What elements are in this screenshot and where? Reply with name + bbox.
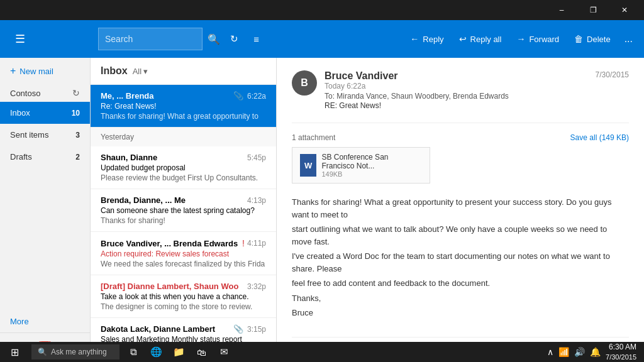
email-re-line: RE: Great News! xyxy=(325,101,588,110)
mail-taskbar-icon[interactable]: ✉ xyxy=(213,342,235,362)
sidebar-item-inbox[interactable]: Inbox 10 xyxy=(0,102,90,124)
taskbar: ⊞ 🔍 Ask me anything ⧉ 🌐 📁 🛍 ✉ ∧ 📶 🔊 🔔 6:… xyxy=(0,342,644,362)
file-explorer-icon[interactable]: 📁 xyxy=(167,342,190,362)
list-icon-button[interactable]: ≡ xyxy=(248,30,264,48)
inbox-title: Inbox xyxy=(101,65,128,77)
reply-button[interactable]: ← Reply xyxy=(402,20,451,58)
email-time: 3:32p xyxy=(247,282,266,291)
list-item[interactable]: [Draft] Dianne Lambert, Shaun Woo 3:32p … xyxy=(91,275,276,318)
forward-button[interactable]: → Forward xyxy=(509,20,567,58)
filter-chevron-icon: ▾ xyxy=(143,67,148,76)
email-from-name: Bruce Vandiver xyxy=(325,70,588,82)
email-preview: Please review the budget First Up Consul… xyxy=(101,173,266,182)
save-all-link[interactable]: Save all (149 KB) xyxy=(570,133,629,142)
sync-button[interactable]: ↻ xyxy=(72,88,80,98)
account-name: Contoso xyxy=(10,89,40,98)
email-sender: [Draft] Dianne Lambert, Shaun Woo xyxy=(101,282,238,291)
tray-chevron-icon[interactable]: ∧ xyxy=(547,347,553,357)
new-mail-label: New mail xyxy=(19,67,53,76)
cortana-area[interactable]: 🔍 Ask me anything xyxy=(31,344,119,359)
reply-label: Reply xyxy=(423,35,443,44)
task-view-icon[interactable]: ⧉ xyxy=(122,342,145,362)
email-preview: We need the sales forecast finalized by … xyxy=(101,260,266,268)
cortana-search-icon: 🔍 xyxy=(38,348,47,356)
attachment-info: SB Conference San Francisco Not... 149KB xyxy=(321,153,422,178)
sidebar-header: + New mail xyxy=(0,58,90,84)
new-mail-button[interactable]: + New mail xyxy=(10,65,53,77)
sent-label: Sent items xyxy=(10,130,48,140)
email-sender: Bruce Vandiver, ... Brenda Edwards xyxy=(101,239,238,248)
refresh-button[interactable]: ↻ xyxy=(225,30,243,48)
email-list: Inbox All ▾ Me, ... Brenda 📎 6:22a xyxy=(91,58,277,362)
drafts-count: 2 xyxy=(75,153,80,162)
top-toolbar: ☰ Search 🔍 ↻ ≡ ← Reply ↩ Reply all → For… xyxy=(0,20,644,58)
email-view-header: B Bruce Vandiver Today 6:22a To: Miranda… xyxy=(292,70,629,110)
email-view: B Bruce Vandiver Today 6:22a To: Miranda… xyxy=(277,58,644,362)
search-area: Search 🔍 ↻ ≡ xyxy=(91,28,272,50)
list-item[interactable]: Bruce Vandiver, ... Brenda Edwards ! 4:1… xyxy=(91,232,276,275)
volume-icon[interactable]: 🔊 xyxy=(574,347,585,357)
email-sender: Dakota Lack, Dianne Lambert xyxy=(101,324,215,334)
word-icon: W xyxy=(300,154,316,177)
taskbar-icons: ⧉ 🌐 📁 🛍 ✉ xyxy=(122,342,235,362)
inbox-label: Inbox xyxy=(10,108,30,118)
email-subject: Action required: Review sales forecast xyxy=(101,250,266,258)
sidebar: + New mail Contoso ↻ Inbox 10 Sent items… xyxy=(0,58,91,362)
email-items: Me, ... Brenda 📎 6:22a Re: Great News! T… xyxy=(91,85,276,362)
system-time: 6:30 AM 7/30/2015 xyxy=(606,343,636,361)
sidebar-item-sent[interactable]: Sent items 3 xyxy=(0,124,90,146)
store-icon[interactable]: 🛍 xyxy=(190,342,213,362)
title-bar: – ❐ ✕ xyxy=(0,0,644,20)
attachment-icon: 📎 xyxy=(233,324,243,334)
list-item[interactable]: Me, ... Brenda 📎 6:22a Re: Great News! T… xyxy=(91,85,276,128)
email-preview: Thanks for sharing! xyxy=(101,216,266,225)
notification-icon[interactable]: 🔔 xyxy=(590,347,601,357)
attachment-size: 149KB xyxy=(321,170,422,178)
email-time: 6:22a xyxy=(247,92,266,101)
nav-items: Inbox 10 Sent items 3 Drafts 2 xyxy=(0,102,90,310)
email-time: 4:13p xyxy=(247,196,266,205)
list-item[interactable]: Brenda, Dianne, ... Me 4:13p Can someone… xyxy=(91,189,276,232)
email-subject: Take a look at this when you have a chan… xyxy=(101,292,266,301)
forward-label: Forward xyxy=(529,35,559,44)
flag-icon: ! xyxy=(242,238,245,248)
maximize-button[interactable]: ❐ xyxy=(579,0,608,20)
list-item[interactable]: Shaun, Dianne 5:45p Updated budget propo… xyxy=(91,146,276,189)
delete-button[interactable]: 🗑 Delete xyxy=(567,20,618,58)
search-icon-button[interactable]: 🔍 xyxy=(208,33,220,45)
email-sender: Me, ... Brenda xyxy=(101,91,154,101)
delete-label: Delete xyxy=(587,35,611,44)
attachment-name: SB Conference San Francisco Not... xyxy=(321,153,422,170)
clock-time: 6:30 AM xyxy=(606,343,636,353)
attachment-item[interactable]: W SB Conference San Francisco Not... 149… xyxy=(292,147,430,184)
sidebar-item-drafts[interactable]: Drafts 2 xyxy=(0,146,90,168)
email-preview: The designer is coming to the store to r… xyxy=(101,302,266,311)
network-icon[interactable]: 📶 xyxy=(558,347,569,357)
close-button[interactable]: ✕ xyxy=(610,0,639,20)
cortana-text: Ask me anything xyxy=(51,348,107,356)
email-body: Thanks for sharing! What a great opportu… xyxy=(292,196,629,322)
app-window: ☰ Search 🔍 ↻ ≡ ← Reply ↩ Reply all → For… xyxy=(0,20,644,362)
email-actions: ← Reply ↩ Reply all → Forward 🗑 Delete .… xyxy=(402,20,644,58)
date-divider-yesterday: Yesterday xyxy=(91,128,276,146)
email-subject: Updated budget proposal xyxy=(101,163,266,172)
start-button[interactable]: ⊞ xyxy=(0,342,29,362)
minimize-button[interactable]: – xyxy=(547,0,576,20)
clock-date: 7/30/2015 xyxy=(606,353,636,361)
reply-icon: ← xyxy=(410,34,419,44)
edge-icon[interactable]: 🌐 xyxy=(145,342,167,362)
nav-more[interactable]: More xyxy=(0,310,90,332)
email-to-line: To: Miranda Vance, Shaun Woodbery, Brend… xyxy=(325,92,588,101)
sent-count: 3 xyxy=(75,131,80,140)
reply-all-button[interactable]: ↩ Reply all xyxy=(452,20,509,58)
delete-icon: 🗑 xyxy=(574,34,583,44)
email-body-divider xyxy=(292,337,629,337)
filter-button[interactable]: All ▾ xyxy=(133,67,148,76)
search-input-wrapper[interactable]: Search xyxy=(98,28,203,50)
attachment-icon: 📎 xyxy=(233,91,243,101)
more-button[interactable]: ... xyxy=(618,20,639,58)
body-line-2: start outlining what we want to talk abo… xyxy=(292,223,629,248)
hamburger-button[interactable]: ☰ xyxy=(10,27,30,51)
filter-label: All xyxy=(133,67,142,76)
email-sender: Shaun, Dianne xyxy=(101,153,157,162)
